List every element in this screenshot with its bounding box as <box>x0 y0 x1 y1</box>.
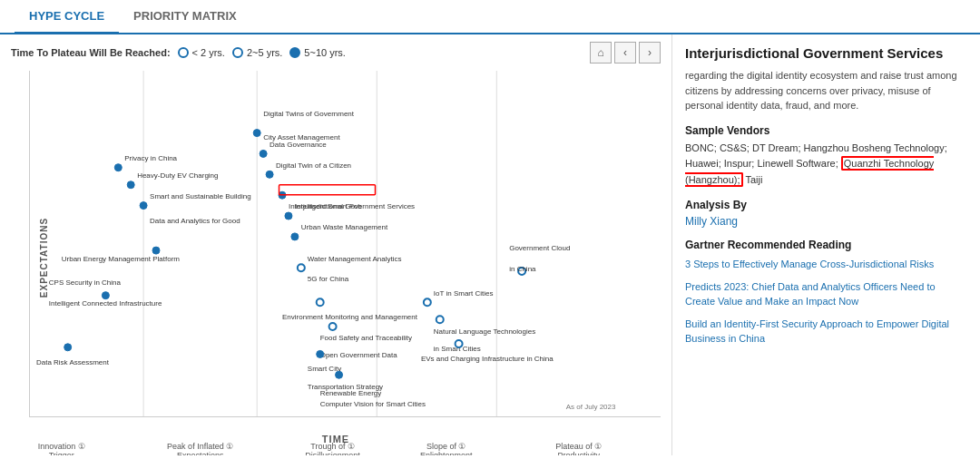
legend-item-5to10: 5~10 yrs. <box>289 47 346 58</box>
svg-text:5G for China: 5G for China <box>308 275 349 283</box>
svg-point-43 <box>424 298 431 306</box>
svg-point-45 <box>436 316 444 323</box>
phase-innovation: Innovation ① Trigger <box>25 442 98 455</box>
legend-2to5-label: 2~5 yrs. <box>247 47 282 58</box>
svg-point-16 <box>260 150 267 157</box>
svg-point-23 <box>291 233 299 240</box>
svg-text:Intelligent Connected Infrastr: Intelligent Connected Infrastructure <box>49 299 162 308</box>
panel-title: Interjurisdictional Government Services <box>685 45 967 61</box>
analyst-name[interactable]: Milly Xiang <box>685 215 738 228</box>
svg-text:Water Management Analytics: Water Management Analytics <box>308 255 402 263</box>
svg-text:Intelligent Smart Fob: Intelligent Smart Fob <box>295 202 362 210</box>
svg-text:Data Governance: Data Governance <box>270 141 327 149</box>
svg-text:Computer Vision for Smart Citi: Computer Vision for Smart Cities <box>320 400 426 408</box>
tab-priority-matrix[interactable]: PRIORITY MATRIX <box>119 0 251 34</box>
svg-text:Data and Analytics for Good: Data and Analytics for Good <box>150 217 240 225</box>
svg-point-4 <box>114 164 122 171</box>
svg-point-27 <box>102 292 109 299</box>
svg-text:Open Government Data: Open Government Data <box>320 351 397 359</box>
phase-slope: Slope of ① Enlightenment <box>406 442 487 455</box>
nav-prev-btn[interactable]: ‹ <box>614 42 636 63</box>
svg-point-48 <box>456 340 463 347</box>
svg-point-35 <box>329 323 337 330</box>
svg-rect-19 <box>279 185 376 195</box>
legend-item-lt2: < 2 yrs. <box>178 47 225 58</box>
svg-point-30 <box>298 264 305 271</box>
phase-plateau: Plateau of ① Productivity <box>543 442 615 455</box>
svg-point-33 <box>317 298 324 306</box>
tab-hype-cycle[interactable]: HYPE CYCLE <box>15 0 119 34</box>
svg-text:CPS Security in China: CPS Security in China <box>49 278 122 287</box>
top-tabs: HYPE CYCLE PRIORITY MATRIX <box>0 0 980 34</box>
legend-row: Time To Plateau Will Be Reached: < 2 yrs… <box>11 42 661 63</box>
analysis-by-section: Analysis By Milly Xiang <box>685 199 967 228</box>
svg-text:Food Safety and Traceability: Food Safety and Traceability <box>320 334 412 342</box>
reading-link-1[interactable]: 3 Steps to Effectively Manage Cross-Juri… <box>685 257 967 272</box>
svg-point-25 <box>152 247 160 254</box>
right-panel: Interjurisdictional Government Services … <box>671 34 980 455</box>
legend-item-2to5: 2~5 yrs. <box>232 47 282 58</box>
svg-point-8 <box>140 202 147 210</box>
svg-text:Smart and Sustainable Building: Smart and Sustainable Building <box>150 192 251 200</box>
svg-point-53 <box>64 344 72 351</box>
svg-text:Urban Energy Management Platfo: Urban Energy Management Platform <box>62 255 181 263</box>
svg-text:EVs and Charging Infrastructur: EVs and Charging Infrastructure in China <box>421 355 554 363</box>
sample-vendors-section: Sample Vendors BONC; CS&S; DT Dream; Han… <box>685 124 967 189</box>
svg-point-21 <box>285 212 292 220</box>
main-layout: Time To Plateau Will Be Reached: < 2 yrs… <box>0 34 980 455</box>
x-axis-label: TIME <box>322 434 349 444</box>
chart-inner: Privacy in China Heavy-Duty EV Charging … <box>29 71 661 417</box>
svg-point-6 <box>127 181 134 189</box>
analysis-section-title: Analysis By <box>685 199 967 211</box>
app-container: HYPE CYCLE PRIORITY MATRIX Time To Plate… <box>0 0 980 455</box>
legend-lt2-label: < 2 yrs. <box>192 47 225 58</box>
svg-text:Privacy in China: Privacy in China <box>124 154 177 162</box>
svg-text:Heavy-Duty EV Charging: Heavy-Duty EV Charging <box>137 171 218 180</box>
svg-point-11 <box>253 130 260 137</box>
svg-text:Urban Waste Management: Urban Waste Management <box>301 223 388 231</box>
recommended-reading-section: Gartner Recommended Reading 3 Steps to E… <box>685 239 967 347</box>
svg-text:As of July 2023: As of July 2023 <box>566 403 616 411</box>
svg-text:Environment Monitoring and Man: Environment Monitoring and Management <box>282 313 418 321</box>
chart-area: EXPECTATIONS Privacy in C <box>11 71 661 444</box>
svg-text:IoT in Smart Cities: IoT in Smart Cities <box>434 289 494 298</box>
reading-section-title: Gartner Recommended Reading <box>685 239 967 251</box>
panel-description: regarding the digital identity ecosystem… <box>685 68 967 113</box>
vendor-highlight: Quanzhi Technology (Hangzhou); <box>685 156 934 187</box>
svg-point-14 <box>266 171 273 178</box>
svg-point-41 <box>336 371 343 378</box>
svg-point-38 <box>317 350 324 357</box>
chart-panel: Time To Plateau Will Be Reached: < 2 yrs… <box>0 34 671 455</box>
svg-text:Data Risk Assessment: Data Risk Assessment <box>36 358 110 366</box>
svg-text:in China: in China <box>509 265 536 273</box>
svg-text:Natural Language Technologies: Natural Language Technologies <box>434 327 535 336</box>
phase-peak: Peak of Inflated ① Expectations <box>155 442 246 455</box>
hype-curve-svg: Privacy in China Heavy-Duty EV Charging … <box>30 71 661 416</box>
svg-text:Digital Twins of Government: Digital Twins of Government <box>263 110 355 118</box>
vendors-section-title: Sample Vendors <box>685 124 967 137</box>
legend-5to10-label: 5~10 yrs. <box>304 47 346 58</box>
nav-home-btn[interactable]: ⌂ <box>590 42 612 63</box>
reading-link-2[interactable]: Predicts 2023: Chief Data and Analytics … <box>685 279 967 309</box>
svg-text:Digital Twin of a Citizen: Digital Twin of a Citizen <box>276 161 351 170</box>
reading-link-3[interactable]: Build an Identity-First Security Approac… <box>685 317 967 347</box>
svg-text:Renewable Energy: Renewable Energy <box>320 389 382 397</box>
svg-text:Government Cloud: Government Cloud <box>509 244 570 252</box>
legend-label: Time To Plateau Will Be Reached: <box>11 47 171 58</box>
vendors-text: BONC; CS&S; DT Dream; Hangzhou Bosheng T… <box>685 141 967 189</box>
nav-next-btn[interactable]: › <box>639 42 661 63</box>
nav-buttons: ⌂ ‹ › <box>590 42 661 63</box>
